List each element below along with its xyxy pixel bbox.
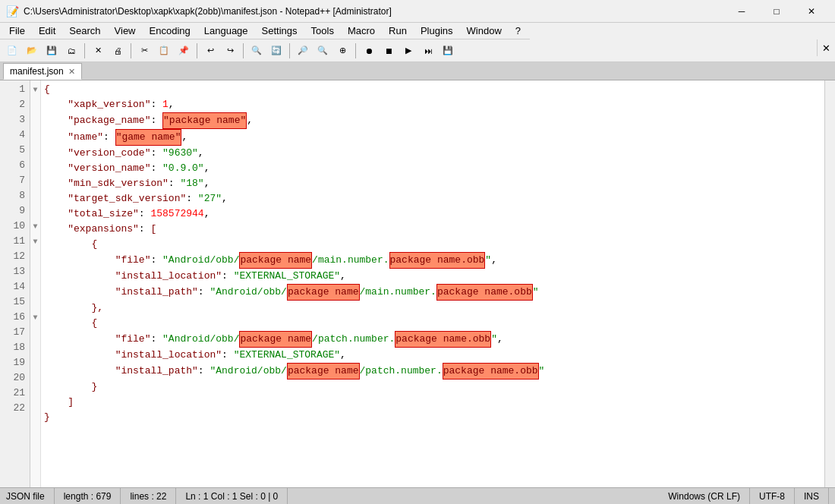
fold-column: ▼ ▼ ▼ ▼ (30, 80, 41, 487)
fold-19 (30, 355, 40, 370)
toolbar-macro-stop[interactable]: ⏹ (380, 42, 398, 60)
toolbar-macro-run[interactable]: ⏭ (419, 42, 437, 60)
menu-language[interactable]: Language (198, 23, 254, 39)
title-bar-controls[interactable]: ─ □ ✕ (724, 0, 829, 23)
code-line-17: "file": "Android/obb/package name/patch.… (44, 331, 821, 348)
code-line-6: "version_name": "0.9.0", (44, 161, 821, 176)
toolbar-zoomout[interactable]: 🔍 (314, 42, 332, 60)
menu-window[interactable]: Window (461, 23, 508, 39)
title-bar: 📝 C:\Users\Administrator\Desktop\xapk\xa… (0, 0, 835, 23)
toolbar-redo[interactable]: ↪ (221, 42, 239, 60)
menu-settings[interactable]: Settings (256, 23, 304, 39)
code-line-22: } (44, 410, 821, 425)
tab-close-button[interactable]: ✕ (68, 67, 75, 77)
menu-plugins[interactable]: Plugins (414, 23, 459, 39)
fold-21 (30, 386, 40, 401)
menu-bar-wrapper: File Edit Search View Encoding Language … (0, 23, 835, 39)
code-line-15: }, (44, 301, 821, 316)
code-line-21: ] (44, 395, 821, 410)
fold-2 (30, 97, 40, 112)
status-bar: JSON file length : 679 lines : 22 Ln : 1… (0, 487, 835, 504)
code-line-8: "target_sdk_version": "27", (44, 191, 821, 206)
toolbar-saveall[interactable]: 🗂 (62, 42, 80, 60)
fold-4 (30, 128, 40, 143)
toolbar-zoomin[interactable]: 🔎 (294, 42, 312, 60)
menu-run[interactable]: Run (383, 23, 413, 39)
status-position: Ln : 1 Col : 1 Sel : 0 | 0 (176, 488, 288, 505)
close-button[interactable]: ✕ (794, 0, 829, 23)
menu-tools[interactable]: Tools (305, 23, 340, 39)
fold-7 (30, 173, 40, 188)
minimize-button[interactable]: ─ (724, 0, 759, 23)
menu-encoding[interactable]: Encoding (143, 23, 197, 39)
menu-macro[interactable]: Macro (342, 23, 381, 39)
toolbar-find[interactable]: 🔍 (247, 42, 266, 60)
toolbar-macro-rec[interactable]: ⏺ (360, 42, 378, 60)
fold-10[interactable]: ▼ (30, 219, 40, 234)
code-line-20: } (44, 380, 821, 395)
toolbar-sep6 (355, 43, 356, 58)
fold-18 (30, 340, 40, 355)
tab-bar: manifest.json ✕ (0, 62, 835, 80)
fold-17 (30, 325, 40, 340)
vertical-scrollbar[interactable] (824, 80, 835, 487)
toolbar-copy[interactable]: 📋 (155, 42, 173, 60)
toolbar-sep4 (243, 43, 244, 58)
fold-1[interactable]: ▼ (30, 82, 40, 97)
toolbar-sep5 (289, 43, 290, 58)
toolbar-save[interactable]: 💾 (43, 42, 61, 60)
menu-help[interactable]: ? (509, 23, 527, 39)
code-line-1: { (44, 82, 821, 97)
fold-12 (30, 249, 40, 264)
code-line-5: "version_code": "9630", (44, 146, 821, 161)
toolbar-undo[interactable]: ↩ (201, 42, 219, 60)
code-line-18: "install_location": "EXTERNAL_STORAGE", (44, 348, 821, 363)
fold-15 (30, 295, 40, 310)
maximize-button[interactable]: □ (759, 0, 794, 23)
toolbar-close[interactable]: ✕ (89, 42, 107, 60)
title-bar-left: 📝 C:\Users\Administrator\Desktop\xapk\xa… (6, 5, 392, 17)
code-line-3: "package_name": "package name", (44, 112, 821, 129)
toolbar-macro-play[interactable]: ▶ (399, 42, 417, 60)
toolbar-paste[interactable]: 📌 (175, 42, 193, 60)
toolbar-print[interactable]: 🖨 (109, 42, 127, 60)
toolbar-sep3 (197, 43, 197, 58)
code-line-13: "install_location": "EXTERNAL_STORAGE", (44, 269, 821, 284)
panel-close-button[interactable]: ✕ (817, 39, 835, 56)
toolbar-new[interactable]: 📄 (3, 42, 21, 60)
code-line-12: "file": "Android/obb/package name/main.n… (44, 252, 821, 269)
menu-edit[interactable]: Edit (33, 23, 61, 39)
fold-20 (30, 370, 40, 386)
menu-bar[interactable]: File Edit Search View Encoding Language … (0, 23, 530, 39)
menu-search[interactable]: Search (63, 23, 106, 39)
line-numbers: 12345 678910 1112131415 1617181920 2122 (0, 80, 30, 487)
title-bar-text: C:\Users\Administrator\Desktop\xapk\xapk… (24, 6, 392, 17)
code-line-10: "expansions": [ (44, 222, 821, 237)
menu-file[interactable]: File (3, 23, 31, 39)
fold-16[interactable]: ▼ (30, 310, 40, 325)
toolbar-cut[interactable]: ✂ (135, 42, 153, 60)
toolbar-replace[interactable]: 🔄 (267, 42, 285, 60)
fold-11[interactable]: ▼ (30, 234, 40, 249)
status-encoding: UTF-8 (750, 488, 795, 505)
menu-view[interactable]: View (109, 23, 142, 39)
toolbar-sep2 (131, 43, 131, 58)
code-line-19: "install_path": "Android/obb/package nam… (44, 363, 821, 380)
status-encoding-type: Windows (CR LF) (659, 488, 750, 505)
fold-22 (30, 401, 40, 416)
toolbar-macro-save[interactable]: 💾 (439, 42, 457, 60)
code-line-4: "name": "game name", (44, 129, 821, 146)
code-line-9: "total_size": 158572944, (44, 206, 821, 222)
tab-manifest-json[interactable]: manifest.json ✕ (3, 63, 82, 80)
code-line-14: "install_path": "Android/obb/package nam… (44, 284, 821, 301)
fold-8 (30, 188, 40, 203)
status-filetype: JSON file (6, 488, 55, 505)
toolbar-open[interactable]: 📂 (23, 42, 41, 60)
tab-label: manifest.json (10, 66, 64, 77)
toolbar-sep1 (84, 43, 85, 58)
toolbar-zoom-reset[interactable]: ⊕ (333, 42, 351, 60)
code-area[interactable]: { "xapk_version": 1, "package_name": "pa… (41, 80, 824, 487)
fold-13 (30, 264, 40, 279)
fold-5 (30, 143, 40, 158)
fold-3 (30, 112, 40, 128)
